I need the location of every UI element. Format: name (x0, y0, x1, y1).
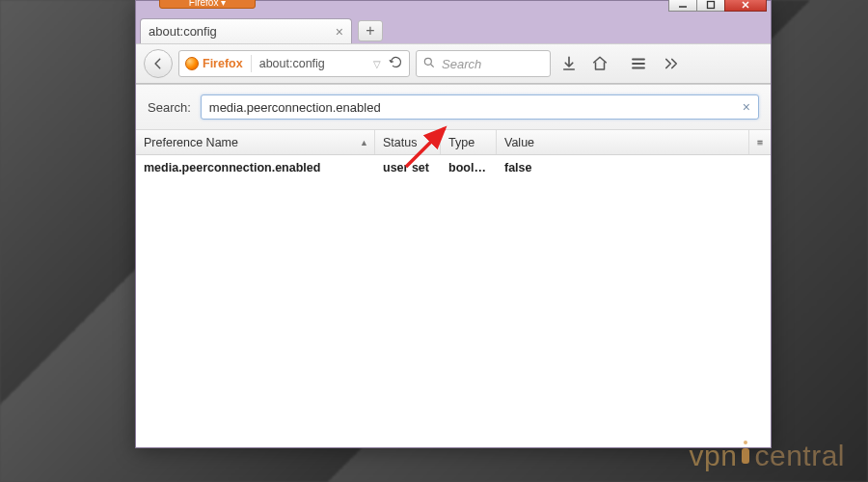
pref-status: user set (375, 161, 441, 174)
firefox-window: Firefox ▾ about:config × + Firefox (135, 0, 772, 448)
column-header-name[interactable]: Preference Name ▲ (136, 130, 375, 154)
window-titlebar: Firefox ▾ (136, 1, 771, 14)
svg-line-3 (431, 64, 434, 67)
sort-ascending-icon: ▲ (360, 138, 368, 147)
svg-rect-5 (757, 142, 762, 143)
pref-type: boole… (441, 161, 497, 174)
config-column-headers: Preference Name ▲ Status Type Value (136, 130, 771, 155)
overflow-button[interactable] (659, 51, 684, 76)
column-picker-button[interactable] (749, 130, 771, 154)
tab-close-icon[interactable]: × (336, 24, 343, 40)
url-dropdown-icon[interactable]: ▽ (373, 59, 381, 69)
navigation-toolbar: Firefox about:config ▽ Search (136, 43, 771, 84)
maximize-button[interactable] (696, 0, 725, 12)
menu-button[interactable] (626, 51, 651, 76)
reload-button[interactable] (389, 55, 403, 72)
tab-about-config[interactable]: about:config × (140, 18, 352, 43)
identity-label: Firefox (203, 57, 243, 70)
firefox-icon (185, 57, 199, 70)
search-bar[interactable]: Search (416, 50, 551, 77)
url-text: about:config (259, 57, 366, 70)
config-search-label: Search: (148, 100, 191, 115)
home-button[interactable] (587, 51, 612, 76)
watermark-dot-icon (742, 448, 749, 464)
watermark-logo: vpn central (690, 440, 845, 472)
minimize-button[interactable] (668, 0, 697, 12)
config-search-input[interactable] (209, 100, 743, 115)
config-search-box[interactable]: × (201, 94, 759, 120)
column-header-value[interactable]: Value (497, 130, 749, 154)
svg-rect-1 (708, 1, 715, 8)
config-row[interactable]: media.peerconnection.enabled user set bo… (136, 155, 771, 180)
svg-rect-6 (757, 144, 762, 145)
column-header-status[interactable]: Status (375, 130, 441, 154)
column-header-type[interactable]: Type (441, 130, 497, 154)
pref-value: false (497, 161, 771, 174)
downloads-button[interactable] (556, 51, 582, 76)
window-controls (669, 0, 767, 12)
search-placeholder: Search (442, 57, 481, 71)
separator (251, 55, 252, 72)
config-search-row: Search: × (136, 85, 771, 130)
pref-name: media.peerconnection.enabled (136, 161, 375, 174)
about-config-page: Search: × Preference Name ▲ Status Type … (136, 84, 771, 447)
firefox-menu-button[interactable]: Firefox ▾ (159, 0, 256, 9)
new-tab-button[interactable]: + (358, 20, 383, 41)
tab-strip: about:config × + (136, 14, 771, 43)
svg-point-2 (424, 58, 431, 65)
svg-rect-4 (757, 140, 762, 141)
tab-title: about:config (149, 24, 217, 39)
clear-search-icon[interactable]: × (743, 99, 750, 115)
back-button[interactable] (144, 49, 173, 78)
search-icon (422, 56, 436, 72)
close-button[interactable] (724, 0, 767, 12)
url-bar[interactable]: Firefox about:config ▽ (178, 50, 410, 77)
